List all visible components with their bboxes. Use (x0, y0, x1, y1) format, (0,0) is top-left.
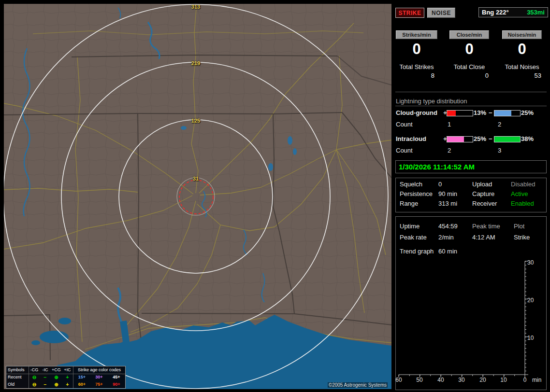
strikes-per-min-header: Strikes/min (396, 30, 437, 39)
legend-col-neg-cg: -CG (29, 366, 40, 374)
total-noises-label: Total Noises (500, 63, 544, 70)
clock-box: 1/30/2026 11:14:52 AM (395, 160, 547, 173)
legend-symbols-title: Symbols (6, 366, 29, 374)
trend-y-30: 30 (527, 259, 540, 266)
legend-age-title: Strike age color codes (73, 366, 125, 374)
ic-minus-count: 3 (498, 147, 501, 154)
cg-count-label: Count (396, 121, 413, 128)
lightning-map[interactable]: 313 219 125 31 Symbols -CG -IC +CG +IC S… (4, 4, 391, 389)
persistence-value: 90 min (438, 190, 457, 197)
bearing-label: Bng 222° (482, 9, 509, 16)
old-pos-cg-symbol: ⊕ (51, 381, 62, 388)
uptime-label: Uptime (400, 223, 420, 230)
minus-sign: − (489, 109, 492, 116)
map-legend: Symbols -CG -IC +CG +IC Strike age color… (6, 366, 126, 389)
bearing-distance: 353mi (527, 9, 545, 16)
cg-plus-bar (447, 110, 473, 116)
total-strikes-label: Total Strikes (396, 63, 437, 70)
trend-x-40: 40 (435, 377, 447, 383)
app-window: 313 219 125 31 Symbols -CG -IC +CG +IC S… (0, 0, 550, 392)
noises-per-min-value: 0 (502, 41, 542, 58)
trend-x-10: 10 (498, 377, 509, 383)
old-neg-ic-symbol: − (40, 381, 51, 388)
persistence-label: Persistence (400, 190, 433, 197)
ring-label-219: 219 (191, 60, 200, 66)
trend-x-20: 20 (477, 377, 489, 383)
stats-box: Uptime 454:59 Peak time Plot Peak rate 2… (395, 216, 547, 390)
cg-minus-bar (494, 110, 521, 116)
divider (395, 92, 547, 92)
squelch-value: 0 (438, 181, 442, 188)
cg-plus-pct: 13% (474, 109, 486, 116)
cg-minus-pct: 25% (521, 109, 534, 116)
plot-value: Strike (514, 234, 530, 241)
strikes-per-min-value: 0 (396, 41, 437, 58)
trend-x-50: 50 (414, 377, 425, 383)
trend-x-60: 60 (393, 377, 405, 383)
minus-sign: − (489, 135, 492, 142)
copyright-text: ©2005 Astrogenic Systems (328, 382, 388, 388)
plot-label: Plot (514, 223, 524, 230)
peak-rate-value: 2/min (438, 234, 454, 241)
ic-plus-count: 2 (448, 147, 451, 154)
total-close-value: 0 (447, 72, 489, 79)
clock-display: 1/30/2026 11:14:52 AM (399, 163, 475, 171)
upload-value: Disabled (511, 181, 536, 188)
uptime-value: 454:59 (438, 223, 458, 230)
noises-per-min-header: Noises/min (502, 30, 542, 39)
age-15: 15+ (73, 374, 90, 381)
trend-y-20: 20 (527, 297, 540, 304)
age-45: 45+ (108, 374, 125, 381)
ring-label-31: 31 (193, 176, 199, 182)
status-panel: STRIKE NOISE Bng 222° 353mi Strikes/min … (395, 0, 550, 392)
recent-neg-ic-symbol: − (40, 374, 51, 381)
legend-col-pos-ic: +IC (62, 366, 73, 374)
age-90: 90+ (108, 381, 125, 388)
recent-pos-cg-symbol: ⊕ (51, 374, 62, 381)
ic-count-label: Count (396, 147, 413, 154)
peak-time-value: 4:12 AM (472, 234, 495, 241)
receiver-label: Receiver (472, 200, 497, 207)
range-value: 313 mi (438, 200, 457, 207)
trend-graph (396, 257, 547, 382)
ic-minus-bar (494, 136, 521, 142)
trend-y-10: 10 (527, 335, 540, 341)
cg-minus-count: 2 (498, 121, 501, 128)
intracloud-label: Intracloud (396, 135, 426, 142)
receiver-value: Enabled (511, 200, 534, 207)
legend-col-pos-cg: +CG (51, 366, 62, 374)
close-per-min-value: 0 (449, 41, 489, 58)
recent-pos-ic-symbol: + (62, 374, 73, 381)
age-75: 75+ (90, 381, 108, 388)
legend-row-recent: Recent (6, 374, 29, 381)
ic-minus-pct: 38% (521, 135, 534, 142)
peak-time-label: Peak time (472, 223, 500, 230)
distribution-title: Lightning type distribution (396, 98, 467, 105)
ring-label-125: 125 (191, 118, 200, 124)
strike-mode-button[interactable]: STRIKE (395, 8, 424, 18)
squelch-label: Squelch (400, 181, 422, 188)
noise-mode-button[interactable]: NOISE (427, 8, 455, 18)
total-strikes-value: 8 (396, 72, 434, 79)
trend-graph-period: 60 min (438, 248, 457, 255)
age-60: 60+ (73, 381, 90, 388)
legend-row-old: Old (6, 381, 29, 388)
range-label: Range (400, 200, 418, 207)
bearing-indicator: Bng 222° 353mi (478, 7, 548, 17)
ic-plus-pct: 25% (474, 135, 486, 142)
capture-label: Capture (472, 190, 494, 197)
divider (395, 106, 547, 106)
ring-label-313: 313 (191, 4, 200, 10)
receiver-status-box: Squelch 0 Upload Disabled Persistence 90… (395, 178, 547, 212)
trend-x-30: 30 (456, 377, 467, 383)
capture-value: Active (511, 190, 528, 197)
trend-x-unit: min (532, 377, 541, 383)
age-30: 30+ (90, 374, 108, 381)
recent-neg-cg-symbol: ⊖ (29, 374, 40, 381)
legend-col-neg-ic: -IC (40, 366, 51, 374)
old-pos-ic-symbol: + (62, 381, 73, 388)
trend-graph-label: Trend graph (400, 248, 434, 255)
old-neg-cg-symbol: ⊖ (29, 381, 40, 388)
peak-rate-label: Peak rate (400, 234, 427, 241)
cg-plus-count: 1 (448, 121, 451, 128)
